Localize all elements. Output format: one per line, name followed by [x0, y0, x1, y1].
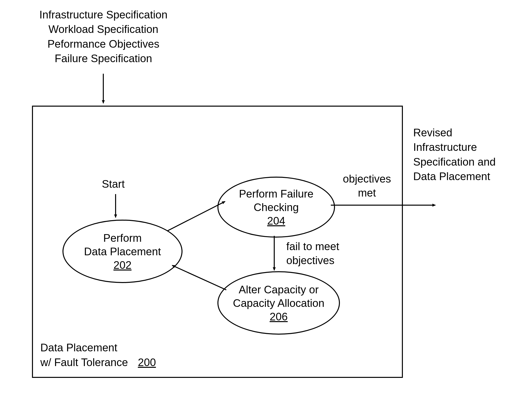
- node-206-line2: Capacity Allocation: [233, 296, 324, 310]
- edge-met-line2: met: [343, 186, 391, 200]
- edge-label-objectives-met: objectives met: [343, 172, 391, 200]
- node-perform-failure-checking: Perform Failure Checking 204: [217, 177, 335, 238]
- node-206-ref: 206: [270, 310, 288, 323]
- process-container-box: Start Perform Data Placement 202 Perform…: [32, 106, 403, 378]
- node-204-line1: Perform Failure: [239, 187, 313, 200]
- edge-fail-line2: objectives: [286, 253, 339, 267]
- box-ref: 200: [138, 356, 156, 368]
- output-line2: Infrastructure: [413, 140, 496, 154]
- input-specifications-label: Infrastructure Specification Workload Sp…: [39, 7, 167, 66]
- edge-label-fail-objectives: fail to meet objectives: [286, 239, 339, 267]
- node-202-line1: Perform: [103, 231, 142, 245]
- output-line3: Specification and: [413, 155, 496, 169]
- input-line-3: Peformance Objectives: [39, 37, 167, 51]
- edge-met-line1: objectives: [343, 172, 391, 186]
- node-202-ref: 202: [113, 258, 131, 272]
- box-title-line2: w/ Fault Tolerance: [40, 356, 128, 368]
- input-line-2: Workload Specification: [39, 22, 167, 36]
- output-line1: Revised: [413, 125, 496, 140]
- input-line-4: Failure Specification: [39, 51, 167, 66]
- input-line-1: Infrastructure Specification: [39, 7, 167, 22]
- node-204-ref: 204: [267, 214, 285, 228]
- start-label: Start: [102, 178, 125, 190]
- output-line4: Data Placement: [413, 169, 496, 184]
- box-title: Data Placement w/ Fault Tolerance 200: [40, 340, 156, 370]
- node-202-line2: Data Placement: [84, 245, 161, 258]
- node-perform-data-placement: Perform Data Placement 202: [62, 220, 182, 283]
- box-title-line1: Data Placement: [40, 340, 156, 355]
- diagram-canvas: Infrastructure Specification Workload Sp…: [0, 0, 532, 413]
- output-labels: Revised Infrastructure Specification and…: [413, 125, 496, 184]
- node-204-line2: Checking: [254, 200, 299, 214]
- node-alter-capacity: Alter Capacity or Capacity Allocation 20…: [217, 271, 340, 335]
- edge-fail-line1: fail to meet: [286, 239, 339, 253]
- node-206-line1: Alter Capacity or: [239, 283, 319, 296]
